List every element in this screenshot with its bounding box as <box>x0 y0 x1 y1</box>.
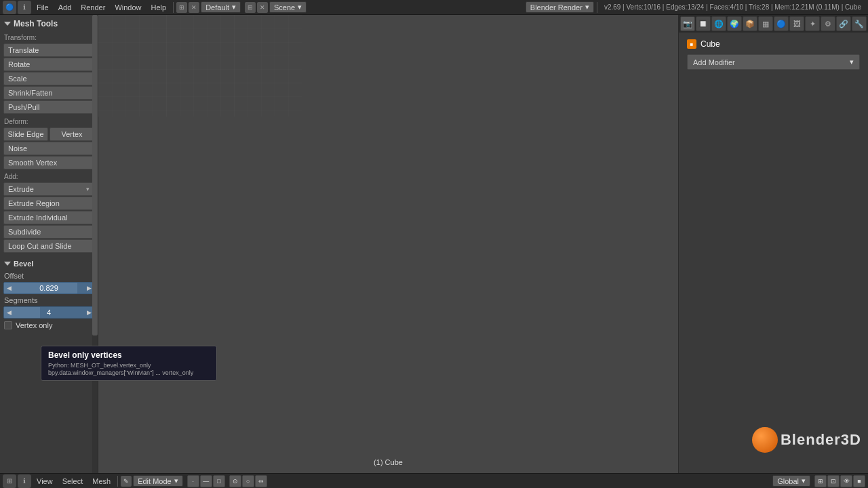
add-modifier-arrow-icon: ▾ <box>850 58 854 66</box>
viewport[interactable]: User Persp <box>98 15 678 473</box>
tab-particles[interactable]: ✦ <box>805 16 820 31</box>
slide-edge-button[interactable]: Slide Edge <box>3 127 48 141</box>
add-modifier-label: Add Modifier <box>693 58 735 66</box>
add-label: Add: <box>0 170 98 182</box>
extrude-region-button[interactable]: Extrude Region <box>3 197 94 210</box>
tab-object[interactable]: 📦 <box>743 16 757 31</box>
noise-button[interactable]: Noise <box>3 142 94 155</box>
view-icon[interactable]: 👁 <box>840 475 852 487</box>
offset-label: Offset <box>0 270 98 281</box>
blender-logo: Blender3D <box>752 427 861 453</box>
mode-icon-group: ✎ <box>121 476 132 487</box>
tab-world[interactable]: 🌍 <box>727 16 742 31</box>
tab-constraints[interactable]: 🔗 <box>836 16 851 31</box>
svg-rect-2 <box>98 15 302 117</box>
viewport-icon[interactable]: ⊞ <box>3 474 16 488</box>
snap-icon[interactable]: ⊙ <box>229 475 241 487</box>
offset-increase-icon[interactable]: ▶ <box>84 283 94 293</box>
toolbar-icons: ⊙ ○ ⇔ <box>229 475 267 487</box>
proportional-edit-icon[interactable]: ○ <box>242 475 254 487</box>
transform-label: Transform: <box>0 31 98 43</box>
segments-label: Segments <box>0 295 98 306</box>
loop-cut-slide-button[interactable]: Loop Cut and Slide <box>3 239 94 253</box>
mesh-tools-header: Mesh Tools <box>0 15 98 31</box>
tab-physics[interactable]: ⚙ <box>821 16 835 31</box>
layout-grid-icon[interactable]: ⊞ <box>176 2 187 13</box>
bottom-divider <box>117 476 118 487</box>
edit-mode-icon[interactable]: ✎ <box>121 476 132 487</box>
blender-brand-text: Blender3D <box>781 431 861 449</box>
smooth-vertex-button[interactable]: Smooth Vertex <box>3 156 94 169</box>
vertex-only-row[interactable]: Vertex only <box>0 319 98 331</box>
collapse-icon[interactable] <box>4 22 11 26</box>
menu-add[interactable]: Add <box>54 2 76 13</box>
left-scrollbar[interactable] <box>92 15 98 473</box>
offset-value: 0.829 <box>14 284 84 292</box>
right-panel: 📷 🔲 🌐 🌍 📦 ▦ 🔵 🖼 ✦ ⚙ 🔗 🔧 ■ Cube Add Modif… <box>678 15 868 473</box>
add-modifier-button[interactable]: Add Modifier ▾ <box>687 54 860 70</box>
tab-render[interactable]: 🔲 <box>696 16 711 31</box>
segments-increase-icon[interactable]: ▶ <box>84 307 94 318</box>
render-engine-dropdown[interactable]: Blender Render ▾ <box>526 1 594 13</box>
bottom-mesh-menu[interactable]: Mesh <box>88 476 115 487</box>
segments-value: 4 <box>14 308 84 317</box>
bottom-view-menu[interactable]: View <box>33 476 57 487</box>
divider-2 <box>597 2 597 13</box>
cube-title: ■ Cube <box>683 37 864 52</box>
offset-decrease-icon[interactable]: ◀ <box>4 283 14 293</box>
menu-render[interactable]: Render <box>77 2 109 13</box>
subdivide-button[interactable]: Subdivide <box>3 225 94 239</box>
viewport-info-icon[interactable]: ℹ <box>18 474 31 488</box>
transform-dropdown[interactable]: Global ▾ <box>772 475 810 487</box>
tooltip-bpy: bpy.data.window_managers["WinMan"] ... v… <box>48 369 210 376</box>
tab-texture[interactable]: 🖼 <box>789 16 804 31</box>
tooltip: Bevel only vertices Python: MESH_OT_beve… <box>41 346 217 381</box>
deform-row: Slide Edge Vertex <box>3 127 94 141</box>
tab-mesh[interactable]: ▦ <box>758 16 773 31</box>
segments-slider[interactable]: ◀ 4 ▶ <box>3 306 94 319</box>
bevel-section: Bevel Offset ◀ 0.829 ▶ Segments ◀ 4 ▶ Ve… <box>0 257 98 331</box>
push-pull-button[interactable]: Push/Pull <box>3 100 94 114</box>
extrude-dropdown[interactable]: Extrude ▾ <box>3 182 94 196</box>
left-panel: Mesh Tools Transform: Translate Rotate S… <box>0 15 98 473</box>
cube-name: Cube <box>701 39 720 49</box>
scene-dropdown[interactable]: Scene ▾ <box>269 1 307 13</box>
scene-icon-b[interactable]: ✕ <box>257 2 268 13</box>
layout-dropdown[interactable]: Default ▾ <box>201 1 241 13</box>
version-stats: v2.69 | Verts:10/16 | Edges:13/24 | Face… <box>600 3 865 11</box>
tab-material[interactable]: 🔵 <box>774 16 789 31</box>
vertex-only-checkbox[interactable] <box>4 321 12 329</box>
translate-button[interactable]: Translate <box>3 43 94 57</box>
mode-dropdown[interactable]: Edit Mode ▾ <box>133 475 183 487</box>
offset-slider[interactable]: ◀ 0.829 ▶ <box>3 282 94 294</box>
grid-icon[interactable]: ⊞ <box>814 475 827 487</box>
tab-scene[interactable]: 🌐 <box>711 16 726 31</box>
render-view-icon[interactable]: ■ <box>853 475 865 487</box>
tab-modifiers[interactable]: 🔧 <box>852 16 867 31</box>
menu-help[interactable]: Help <box>147 2 171 13</box>
scale-button[interactable]: Scale <box>3 72 94 85</box>
face-select-button[interactable]: □ <box>213 475 225 487</box>
vertex-button[interactable]: Vertex <box>50 127 94 141</box>
tab-camera[interactable]: 📷 <box>680 16 695 31</box>
object-name: (1) Cube <box>374 458 403 466</box>
bevel-header: Bevel <box>0 257 98 270</box>
extrude-individual-button[interactable]: Extrude Individual <box>3 211 94 224</box>
blender-sphere-icon <box>752 427 778 453</box>
layout-x-icon[interactable]: ✕ <box>189 2 199 13</box>
edge-select-button[interactable]: — <box>200 475 212 487</box>
shrink-fatten-button[interactable]: Shrink/Fatten <box>3 86 94 100</box>
right-toolbar-icons: ⊞ ⊡ 👁 ■ <box>814 475 865 487</box>
bevel-title: Bevel <box>14 260 33 268</box>
scene-icon-a[interactable]: ⊞ <box>245 2 256 13</box>
menu-file[interactable]: File <box>33 2 53 13</box>
vertex-select-button[interactable]: · <box>187 475 199 487</box>
rotate-button[interactable]: Rotate <box>3 58 94 71</box>
segments-decrease-icon[interactable]: ◀ <box>4 307 14 318</box>
bottom-select-menu[interactable]: Select <box>58 476 87 487</box>
select-mode-group: · — □ <box>187 475 225 487</box>
mirror-icon[interactable]: ⇔ <box>255 475 267 487</box>
menu-window[interactable]: Window <box>111 2 145 13</box>
bevel-collapse-icon[interactable] <box>4 262 11 266</box>
frame-icon[interactable]: ⊡ <box>827 475 840 487</box>
